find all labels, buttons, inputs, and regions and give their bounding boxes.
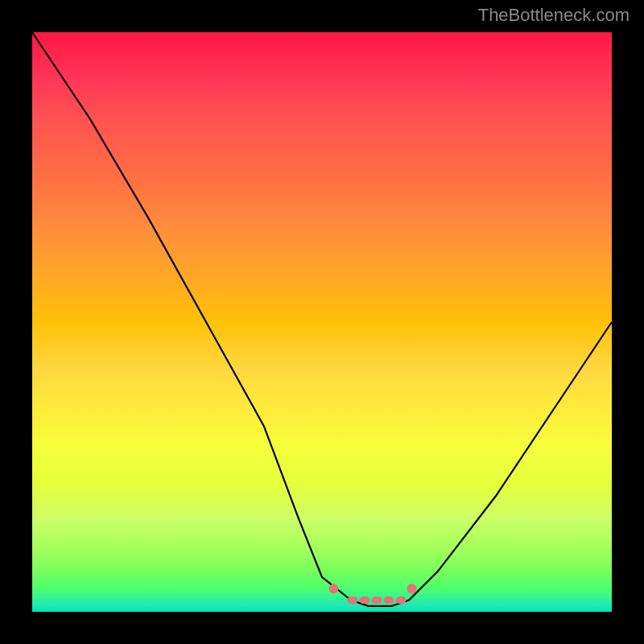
bottleneck-chart-svg bbox=[32, 32, 612, 612]
watermark-text: TheBottleneck.com bbox=[478, 5, 630, 26]
left-elbow-marker bbox=[328, 584, 338, 593]
chart-plot-area bbox=[32, 32, 612, 612]
bottleneck-curve-line bbox=[32, 32, 612, 606]
right-elbow-marker bbox=[407, 584, 417, 593]
